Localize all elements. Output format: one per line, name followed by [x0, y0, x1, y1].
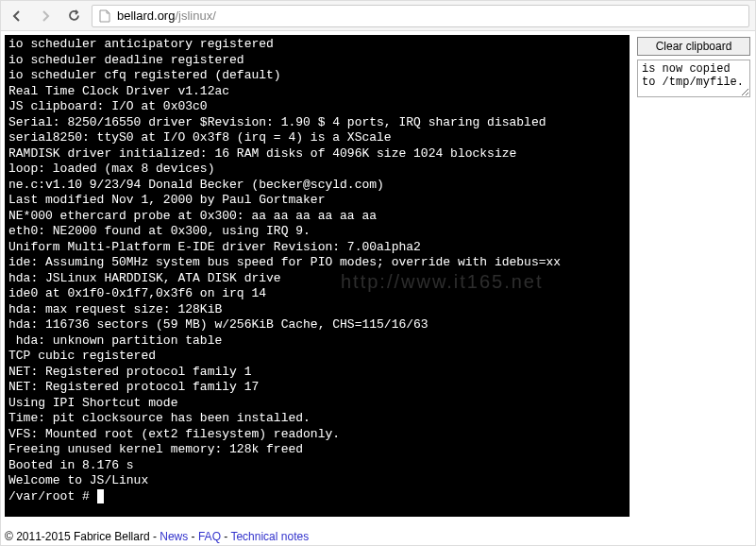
footer-link-tech[interactable]: Technical notes [230, 530, 309, 543]
footer: © 2011-2015 Fabrice Bellard - News - FAQ… [5, 530, 309, 543]
footer-link-faq[interactable]: FAQ [198, 530, 221, 543]
page-icon [98, 9, 111, 23]
browser-toolbar: bellard.org/jslinux/ [1, 1, 755, 31]
back-button[interactable] [7, 6, 27, 26]
address-bar[interactable]: bellard.org/jslinux/ [92, 5, 749, 27]
sidebar: Clear clipboard [637, 35, 750, 517]
clipboard-textarea[interactable] [637, 60, 750, 97]
clear-clipboard-button[interactable]: Clear clipboard [637, 37, 750, 56]
copyright-text: © 2011-2015 Fabrice Bellard - [5, 530, 160, 543]
reload-button[interactable] [63, 6, 84, 26]
terminal-output[interactable]: io scheduler anticipatory registered io … [5, 35, 630, 517]
forward-button[interactable] [35, 6, 56, 26]
footer-link-news[interactable]: News [160, 530, 188, 543]
url-text: bellard.org/jslinux/ [117, 9, 216, 23]
